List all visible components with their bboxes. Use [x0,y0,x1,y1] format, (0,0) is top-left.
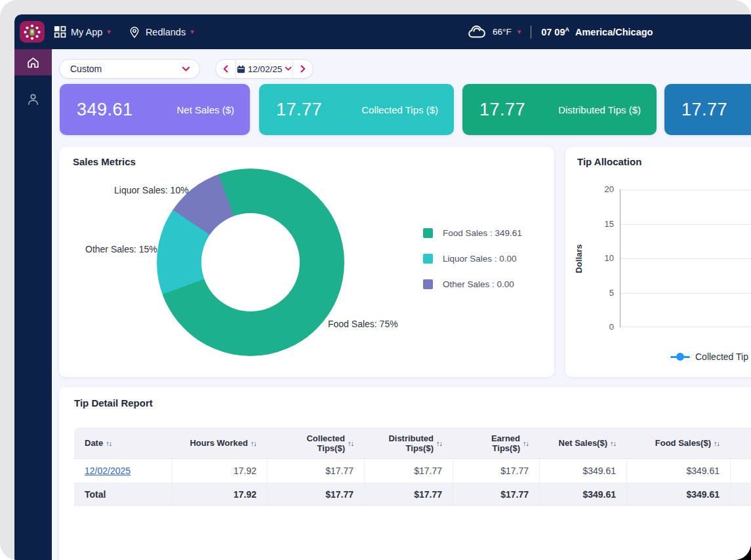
legend-item-liquor[interactable]: Liquor Sales : 0.00 [423,254,517,264]
sidebar [14,49,52,560]
kpi-label: Distributed Tips ($) [558,104,641,115]
y-tick: 10 [594,253,614,263]
column-header-food-sales[interactable]: Food Sales($) ↑↓ [626,428,730,458]
column-header-hours-worked[interactable]: Hours Worked ↑↓ [172,428,267,458]
apps-grid-icon [54,26,66,38]
legend-swatch [423,279,433,289]
date-value-dropdown[interactable]: 12/02/25 [235,60,293,78]
sort-icon: ↑↓ [348,439,354,447]
cell-distributed-tips: $17.77 [364,459,453,483]
divider [531,26,531,39]
kpi-value: 17.77 [276,100,322,120]
chevron-down-icon [182,66,190,72]
home-icon [26,56,40,70]
y-tick: 15 [594,219,614,229]
header-label: Hours Worked [190,438,248,448]
donut-callout-food: Food Sales: 75% [328,319,398,329]
total-earned-tips: $17.77 [453,483,539,505]
column-header-collected-tips[interactable]: Collected Tips($) ↑↓ [267,428,364,458]
header-spacer [730,428,751,458]
kpi-distributed-tips: 17.77 Distributed Tips ($) [462,84,657,135]
date-prev-button[interactable] [216,60,235,78]
weather-dropdown-caret[interactable]: ▾ [518,28,521,35]
total-hours-worked: 17.92 [172,483,267,505]
tip-detail-report-card: Tip Detail Report Date ↑↓ Hours Worked ↑… [59,387,751,560]
cell-spacer [730,459,751,483]
kpi-net-sales: 349.61 Net Sales ($) [60,84,250,135]
kpi-label: Net Sales ($) [176,104,234,115]
table-header-row: Date ↑↓ Hours Worked ↑↓ Collected Tips($… [74,428,751,459]
gridline [620,190,751,190]
total-net-sales: $349.61 [539,483,626,505]
column-header-distributed-tips[interactable]: Distributed Tips($) ↑↓ [364,428,453,458]
kpi-label: Collected Tips ($) [361,104,438,115]
sort-icon: ↑↓ [714,439,720,447]
person-icon [26,92,40,106]
y-tick: 20 [594,184,614,194]
legend-label: Other Sales : 0.00 [443,279,514,289]
table-total-row: Total 17.92 $17.77 $17.77 $17.77 $349.61… [74,483,751,506]
kpi-collected-tips: 17.77 Collected Tips ($) [259,84,454,135]
header-label: Earned Tips($) [463,433,520,453]
sidebar-item-home[interactable] [14,49,52,75]
donut-hole [201,213,300,311]
location-pin-icon [128,25,141,39]
date-value: 12/02/25 [248,64,283,74]
donut-callout-liquor: Liquor Sales: 10% [114,185,189,195]
kpi-value: 349.61 [77,100,133,120]
date-link[interactable]: 12/02/2025 [85,466,131,476]
legend-swatch [423,254,433,264]
date-next-button[interactable] [293,60,313,78]
column-header-date[interactable]: Date ↑↓ [74,428,172,458]
legend-item-other[interactable]: Other Sales : 0.00 [423,279,514,289]
header-label: Net Sales($) [559,438,607,448]
location-name: Redlands [146,27,186,37]
gridline [620,224,751,225]
chevron-right-icon [300,65,306,73]
total-distributed-tips: $17.77 [364,483,453,505]
timezone: America/Chicago [575,27,653,37]
total-spacer [730,483,751,505]
cell-hours-worked: 17.92 [172,459,267,483]
donut-callout-other: Other Sales: 15% [85,244,157,254]
sales-donut-chart[interactable] [157,169,344,356]
sidebar-item-profile[interactable] [14,86,52,112]
header-label: Date [85,438,103,448]
weather-cloud-icon [467,24,487,39]
chevron-down-icon [285,66,292,71]
gridline [620,258,751,259]
column-header-net-sales[interactable]: Net Sales($) ↑↓ [539,428,626,458]
card-title: Sales Metrics [73,156,136,167]
legend-label: Collected Tip [695,351,748,362]
legend-item-food[interactable]: Food Sales : 349.61 [423,228,522,238]
y-axis-title-wrap: Dollars [569,190,588,327]
header-label: Food Sales($) [655,438,711,448]
location-selector[interactable]: Redlands ▾ [128,25,194,39]
cell-collected-tips: $17.77 [267,459,364,483]
legend-label: Food Sales : 349.61 [443,228,522,238]
clock: 07 09A [541,26,569,37]
top-bar: My App ▾ Redlands ▾ 66°F [14,14,751,49]
tip-detail-table: Date ↑↓ Hours Worked ↑↓ Collected Tips($… [74,428,751,506]
sort-icon: ↑↓ [436,439,442,447]
y-tick: 5 [594,288,614,298]
range-dropdown[interactable]: Custom [59,59,200,79]
cell-earned-tips: $17.77 [453,459,539,483]
app-frame: My App ▾ Redlands ▾ 66°F [0,0,751,560]
header-label: Collected Tips($) [277,433,345,453]
sales-metrics-card: Sales Metrics Liquor Sales: 10% Other Sa… [59,147,554,377]
app-switcher[interactable]: My App ▾ [54,26,111,38]
date-picker: 12/02/25 [215,59,314,79]
sort-icon: ↑↓ [610,439,616,447]
caret-down-icon: ▾ [190,28,194,35]
cell-net-sales: $349.61 [539,459,626,483]
column-header-earned-tips[interactable]: Earned Tips($) ↑↓ [453,428,539,458]
tip-allocation-card: Tip Allocation Dollars 20 15 10 5 0 Coll… [565,147,751,377]
y-axis-title: Dollars [574,244,584,273]
cell-date: 12/02/2025 [74,459,172,483]
table-row: 12/02/2025 17.92 $17.77 $17.77 $17.77 $3… [74,459,751,483]
line-chart-plot-area[interactable] [620,190,751,327]
line-legend-collected-tip[interactable]: Collected Tip [670,351,748,362]
app-logo[interactable] [20,21,45,43]
gridline [620,327,751,327]
